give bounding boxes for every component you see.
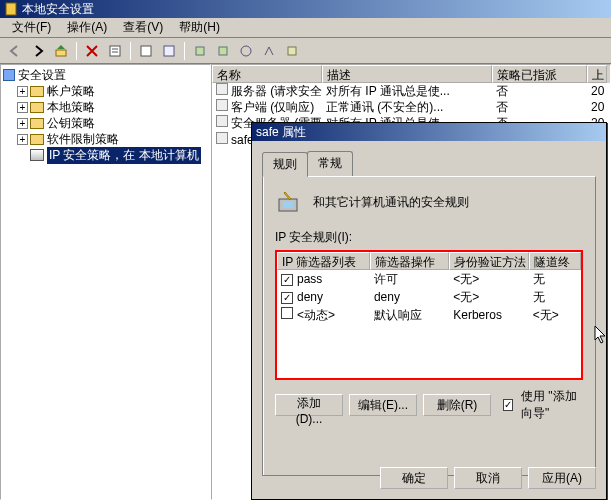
cell-text: 20 (591, 100, 604, 114)
svg-rect-5 (141, 46, 151, 56)
policy-icon (216, 83, 228, 95)
rule-column-header[interactable]: 筛选器操作 (370, 252, 449, 270)
rule-row[interactable]: ✓denydeny<无>无 (277, 288, 581, 306)
rule-column-header[interactable]: IP 筛选器列表 (277, 252, 370, 270)
tree-item[interactable]: IP 安全策略，在 本地计算机 (3, 147, 208, 163)
list-row[interactable]: 服务器 (请求安全)对所有 IP 通讯总是使...否20 (212, 83, 610, 99)
rule-column-header[interactable]: 身份验证方法 (449, 252, 528, 270)
folder-icon (30, 134, 44, 145)
properties-button[interactable] (104, 40, 126, 62)
back-button[interactable] (4, 40, 26, 62)
svg-rect-6 (164, 46, 174, 56)
edit-button[interactable]: 编辑(E)... (349, 394, 417, 416)
rules-list[interactable]: IP 筛选器列表筛选器操作身份验证方法隧道终 ✓pass许可<无>无✓denyd… (275, 250, 583, 380)
checkbox-icon: ✓ (503, 399, 513, 411)
checkbox-icon[interactable] (281, 307, 293, 319)
tree-item-label: IP 安全策略，在 本地计算机 (47, 147, 201, 164)
menu-action[interactable]: 操作(A) (59, 17, 115, 38)
list-cell: 20 (587, 100, 607, 114)
tool-button[interactable] (212, 40, 234, 62)
rule-cell: <无> (449, 289, 528, 306)
remove-button[interactable]: 删除(R) (423, 394, 491, 416)
rule-cell: <无> (529, 307, 581, 324)
tab-page-rules: 和其它计算机通讯的安全规则 IP 安全规则(I): IP 筛选器列表筛选器操作身… (262, 176, 596, 476)
expand-icon[interactable]: + (17, 102, 28, 113)
tool-button[interactable] (235, 40, 257, 62)
delete-button[interactable] (81, 40, 103, 62)
wizard-checkbox[interactable]: ✓ 使用 "添加向导" (503, 388, 583, 422)
expand-icon[interactable]: + (17, 118, 28, 129)
add-button[interactable]: 添加(D)... (275, 394, 343, 416)
tab-strip: 规则 常规 (262, 151, 596, 176)
toolbar (0, 38, 611, 64)
network-icon (30, 149, 44, 161)
cancel-button[interactable]: 取消 (454, 467, 522, 489)
tool-button[interactable] (281, 40, 303, 62)
checkbox-icon[interactable]: ✓ (281, 292, 293, 304)
tree-root-label: 安全设置 (18, 67, 66, 84)
list-cell: 服务器 (请求安全) (212, 83, 322, 100)
column-header[interactable]: 名称 (212, 65, 322, 83)
ok-button[interactable]: 确定 (380, 467, 448, 489)
wizard-label: 使用 "添加向导" (521, 388, 583, 422)
tree-pane[interactable]: 安全设置 +帐户策略+本地策略+公钥策略+软件限制策略IP 安全策略，在 本地计… (0, 64, 211, 500)
tool-button[interactable] (258, 40, 280, 62)
cell-text: 否 (496, 84, 508, 98)
expand-icon[interactable]: + (17, 134, 28, 145)
rules-list-label: IP 安全规则(I): (275, 229, 583, 246)
column-header[interactable]: 策略已指派 (492, 65, 587, 83)
tree-item[interactable]: +帐户策略 (3, 83, 208, 99)
checkbox-icon[interactable]: ✓ (281, 274, 293, 286)
folder-icon (30, 102, 44, 113)
svg-rect-8 (219, 47, 227, 55)
menu-file[interactable]: 文件(F) (4, 17, 59, 38)
tree-item[interactable]: +本地策略 (3, 99, 208, 115)
rule-column-header[interactable]: 隧道终 (529, 252, 581, 270)
svg-rect-1 (56, 50, 66, 56)
policy-icon (216, 115, 228, 127)
rule-cell: ✓deny (277, 290, 370, 304)
refresh-button[interactable] (135, 40, 157, 62)
tree-item[interactable]: +公钥策略 (3, 115, 208, 131)
column-header[interactable]: 上 (587, 65, 607, 83)
apply-button[interactable]: 应用(A) (528, 467, 596, 489)
svg-rect-2 (110, 46, 120, 56)
svg-rect-12 (283, 201, 293, 208)
tool-button[interactable] (189, 40, 211, 62)
menu-help[interactable]: 帮助(H) (171, 17, 228, 38)
export-button[interactable] (158, 40, 180, 62)
toolbar-sep (130, 42, 131, 60)
folder-icon (30, 118, 44, 129)
menu-view[interactable]: 查看(V) (115, 17, 171, 38)
forward-button[interactable] (27, 40, 49, 62)
rule-cell: <无> (449, 271, 528, 288)
toolbar-sep (76, 42, 77, 60)
list-cell: 20 (587, 84, 607, 98)
list-cell: 对所有 IP 通讯总是使... (322, 83, 492, 100)
up-button[interactable] (50, 40, 72, 62)
rule-row[interactable]: ✓pass许可<无>无 (277, 270, 581, 288)
tree-root[interactable]: 安全设置 (3, 67, 208, 83)
rule-row[interactable]: <动态>默认响应Kerberos<无> (277, 306, 581, 324)
tree-item-label: 帐户策略 (47, 83, 95, 100)
rule-cell: 无 (529, 271, 581, 288)
tab-general[interactable]: 常规 (307, 151, 353, 176)
policy-icon (216, 132, 228, 144)
svg-rect-7 (196, 47, 204, 55)
cell-text: 20 (591, 84, 604, 98)
dialog-title-bar[interactable]: safe 属性 (252, 123, 606, 141)
shield-icon (4, 2, 18, 16)
list-row[interactable]: 客户端 (仅响应)正常通讯 (不安全的)...否20 (212, 99, 610, 115)
column-header[interactable]: 描述 (322, 65, 492, 83)
expand-icon[interactable]: + (17, 86, 28, 97)
tree-item[interactable]: +软件限制策略 (3, 131, 208, 147)
security-icon (3, 69, 15, 81)
rule-filter: deny (297, 290, 323, 304)
tab-rules[interactable]: 规则 (262, 152, 308, 177)
policy-icon (216, 99, 228, 111)
menu-bar: 文件(F) 操作(A) 查看(V) 帮助(H) (0, 18, 611, 38)
rule-filter: <动态> (297, 308, 335, 322)
rule-cell: 无 (529, 289, 581, 306)
rule-cell: <动态> (277, 307, 370, 324)
rule-cell: 许可 (370, 271, 449, 288)
